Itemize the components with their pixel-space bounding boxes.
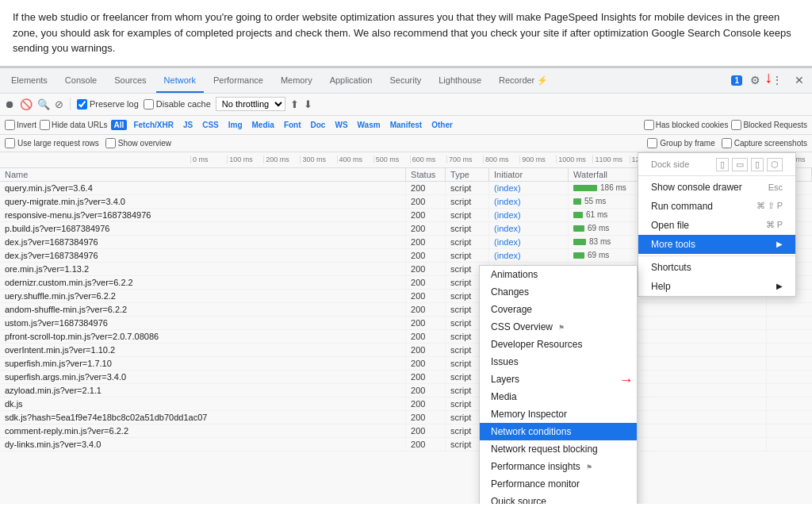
table-row[interactable]: ustom.js?ver=1687384976200script(index)7…: [0, 316, 812, 329]
submenu-developer-resources[interactable]: Developer Resources: [480, 336, 637, 353]
tab-sources[interactable]: Sources: [106, 67, 154, 93]
tab-memory[interactable]: Memory: [273, 67, 320, 93]
invert-checkbox[interactable]: [5, 120, 15, 130]
blocked-requests-filter[interactable]: Blocked Requests: [731, 120, 807, 130]
import-icon[interactable]: ⬆: [290, 98, 299, 110]
cell-initiator[interactable]: (index): [489, 221, 569, 235]
cell-initiator[interactable]: (index): [489, 208, 569, 221]
col-initiator[interactable]: Initiator: [489, 168, 569, 182]
overview-checkbox[interactable]: [105, 138, 116, 148]
record-icon[interactable]: ⏺: [5, 98, 15, 110]
throttle-select[interactable]: No throttling: [216, 97, 285, 111]
table-row[interactable]: superfish.args.min.js?ver=3.4.0200script…: [0, 370, 812, 383]
submenu-media[interactable]: Media: [480, 388, 637, 405]
blocked-cookies-filter[interactable]: Has blocked cookies: [644, 120, 729, 130]
tab-security[interactable]: Security: [381, 67, 429, 93]
show-console-drawer-item[interactable]: Show console drawer Esc: [638, 178, 795, 197]
help-item[interactable]: Help ▶: [638, 277, 795, 296]
hide-urls-filter[interactable]: Hide data URLs: [40, 120, 108, 130]
filter-doc[interactable]: Doc: [308, 120, 329, 130]
dock-right-icon[interactable]: ▯: [751, 158, 764, 171]
shortcuts-item[interactable]: Shortcuts: [638, 258, 795, 277]
disable-cache-label[interactable]: Disable cache: [144, 99, 211, 109]
table-row[interactable]: azyload.min.js?ver=2.1.1200script(index)…: [0, 383, 812, 397]
capture-screenshots-checkbox[interactable]: [722, 138, 732, 148]
tab-application[interactable]: Application: [322, 67, 381, 93]
submenu-css-overview[interactable]: CSS Overview ⚑: [480, 318, 637, 336]
group-by-frame-checkbox[interactable]: [647, 138, 657, 148]
submenu-quick-source[interactable]: Quick source: [480, 493, 637, 504]
undock-icon[interactable]: ⬡: [767, 158, 783, 171]
table-row[interactable]: dy-links.min.js?ver=3.4.0200script(index…: [0, 437, 812, 451]
table-row[interactable]: dk.js200script(index);30251 ms: [0, 397, 812, 410]
filter-icon[interactable]: ⊘: [55, 98, 63, 110]
large-rows-option[interactable]: Use large request rows: [5, 138, 99, 148]
settings-icon[interactable]: ⚙: [745, 71, 764, 90]
tab-network[interactable]: Network: [156, 67, 204, 93]
filter-other[interactable]: Other: [428, 120, 456, 130]
dock-bottom-icon[interactable]: ▭: [732, 158, 748, 171]
more-options-icon[interactable]: ⋮: [768, 71, 787, 90]
col-status[interactable]: Status: [406, 168, 446, 182]
run-command-item[interactable]: Run command ⌘ ⇧ P: [638, 197, 795, 216]
cell-initiator[interactable]: (index): [489, 248, 569, 262]
cell-name: pfront-scroll-top.min.js?ver=2.0.7.08086: [0, 329, 406, 343]
capture-screenshots-option[interactable]: Capture screenshots: [722, 138, 807, 148]
submenu-coverage[interactable]: Coverage: [480, 301, 637, 318]
group-by-frame-option[interactable]: Group by frame: [647, 138, 714, 148]
submenu-layers[interactable]: Layers: [480, 371, 637, 388]
issues-badge[interactable]: 1: [731, 75, 742, 86]
preserve-log-label[interactable]: Preserve log: [77, 99, 139, 109]
dock-left-icon[interactable]: ▯: [716, 158, 729, 171]
submenu-performance-insights[interactable]: Performance insights ⚑: [480, 458, 637, 475]
table-row[interactable]: sdk.js?hash=5ea1f9e74e18bc8c02a51db70dd1…: [0, 410, 812, 424]
tab-elements[interactable]: Elements: [3, 67, 56, 93]
tab-performance[interactable]: Performance: [205, 67, 271, 93]
tab-console[interactable]: Console: [57, 67, 105, 93]
search-network-icon[interactable]: 🔍: [37, 98, 50, 110]
large-rows-checkbox[interactable]: [5, 138, 15, 148]
table-row[interactable]: overIntent.min.js?ver=1.10.2200script(in…: [0, 343, 812, 356]
table-row[interactable]: pfront-scroll-top.min.js?ver=2.0.7.08086…: [0, 329, 812, 343]
filter-img[interactable]: Img: [225, 120, 246, 130]
tab-lighthouse[interactable]: Lighthouse: [431, 67, 489, 93]
overview-option[interactable]: Show overview: [105, 138, 171, 148]
close-icon[interactable]: ✕: [790, 71, 809, 90]
cell-initiator[interactable]: (index): [489, 181, 569, 194]
submenu-performance-monitor[interactable]: Performance monitor: [480, 475, 637, 493]
blocked-requests-checkbox[interactable]: [731, 120, 741, 130]
filter-js[interactable]: JS: [180, 120, 196, 130]
cell-initiator[interactable]: (index): [489, 194, 569, 208]
table-row[interactable]: superfish.min.js?ver=1.7.10200script(ind…: [0, 356, 812, 370]
submenu-network-conditions[interactable]: Network conditions: [480, 423, 637, 440]
filter-fetch[interactable]: Fetch/XHR: [130, 120, 177, 130]
filter-wasm[interactable]: Wasm: [354, 120, 384, 130]
open-file-item[interactable]: Open file ⌘ P: [638, 216, 795, 235]
tab-recorder[interactable]: Recorder ⚡: [491, 67, 556, 93]
cell-initiator[interactable]: (index): [489, 235, 569, 248]
more-tools-item[interactable]: More tools ▶: [638, 235, 795, 254]
col-type[interactable]: Type: [446, 168, 489, 182]
table-row[interactable]: comment-reply.min.js?ver=6.2.2200script(…: [0, 424, 812, 437]
submenu-network-blocking[interactable]: Network request blocking: [480, 440, 637, 458]
submenu-memory-inspector[interactable]: Memory Inspector: [480, 405, 637, 423]
filter-ws[interactable]: WS: [331, 120, 350, 130]
filter-manifest[interactable]: Manifest: [387, 120, 426, 130]
table-row[interactable]: andom-shuffle-min.js?ver=6.2.2200script(…: [0, 302, 812, 316]
submenu-animations[interactable]: Animations: [480, 266, 637, 283]
submenu-issues[interactable]: Issues: [480, 353, 637, 371]
clear-icon[interactable]: 🚫: [20, 98, 33, 110]
cell-status: 200: [406, 397, 446, 410]
disable-cache-checkbox[interactable]: [144, 99, 154, 109]
col-name[interactable]: Name: [0, 168, 406, 182]
filter-css[interactable]: CSS: [199, 120, 222, 130]
blocked-cookies-checkbox[interactable]: [644, 120, 654, 130]
submenu-changes[interactable]: Changes: [480, 283, 637, 301]
export-icon[interactable]: ⬇: [304, 98, 312, 110]
filter-media[interactable]: Media: [249, 120, 278, 130]
filter-font[interactable]: Font: [281, 120, 304, 130]
invert-filter[interactable]: Invert: [5, 120, 36, 130]
hide-urls-checkbox[interactable]: [40, 120, 50, 130]
preserve-log-checkbox[interactable]: [77, 99, 87, 109]
filter-all[interactable]: All: [111, 120, 128, 130]
